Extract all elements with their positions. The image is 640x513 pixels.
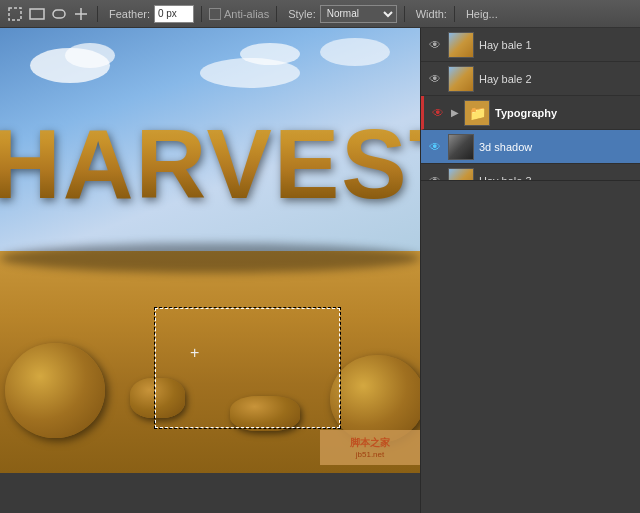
feather-label: Feather: [109, 8, 150, 20]
layer-name-3: 3d shadow [479, 141, 634, 153]
layer-arrow-2[interactable]: ▶ [451, 107, 459, 118]
svg-rect-1 [30, 9, 44, 19]
layer-name-2: Typography [495, 107, 634, 119]
feather-input[interactable] [154, 5, 194, 23]
toolbar-icon-2[interactable] [28, 5, 46, 23]
svg-rect-0 [9, 8, 21, 20]
watermark: 脚本之家 jb51.net [320, 430, 420, 465]
layer-thumb-2: 📁 [464, 100, 490, 126]
canvas-area: HARVEST + 脚本之家 jb51.net [0, 28, 420, 513]
layer-name-0: Hay bale 1 [479, 39, 634, 51]
watermark-text: 脚本之家 [350, 436, 390, 450]
toolbar-divider-3 [276, 6, 277, 22]
layer-thumb-1 [448, 66, 474, 92]
layer-eye-2[interactable]: 👁 [430, 105, 446, 121]
hay-bale-center [230, 396, 300, 431]
anti-alias-checkbox[interactable] [209, 8, 221, 20]
layer-eye-1[interactable]: 👁 [427, 71, 443, 87]
anti-alias-label: Anti-alias [224, 8, 269, 20]
toolbar-divider-5 [454, 6, 455, 22]
svg-rect-2 [53, 10, 65, 18]
toolbar-icon-3[interactable] [50, 5, 68, 23]
hay-bale-left [5, 343, 105, 438]
layer-item-2[interactable]: 👁 ▶ 📁 Typography [421, 96, 640, 130]
toolbar-divider-1 [97, 6, 98, 22]
style-label: Style: [288, 8, 316, 20]
layer-thumb-3 [448, 134, 474, 160]
watermark-url: jb51.net [356, 450, 384, 459]
text-shadow [0, 243, 420, 273]
layer-item-0[interactable]: 👁 Hay bale 1 [421, 28, 640, 62]
layer-name-1: Hay bale 2 [479, 73, 634, 85]
bottom-strip [0, 473, 420, 513]
right-panel-bottom [420, 180, 640, 513]
layer-eye-3[interactable]: 👁 [427, 139, 443, 155]
toolbar: Feather: Anti-alias Style: Normal Fixed … [0, 0, 640, 28]
style-select[interactable]: Normal Fixed Ratio Fixed Size [320, 5, 397, 23]
layer-thumb-0 [448, 32, 474, 58]
marquee-rect-icon[interactable] [6, 5, 24, 23]
hay-bale-center-small [130, 378, 185, 418]
canvas-image[interactable]: HARVEST + 脚本之家 jb51.net [0, 28, 420, 473]
layer-item-1[interactable]: 👁 Hay bale 2 [421, 62, 640, 96]
toolbar-divider-4 [404, 6, 405, 22]
cloud-4 [240, 43, 300, 65]
toolbar-divider-2 [201, 6, 202, 22]
cloud-2 [65, 43, 115, 68]
width-label: Width: [416, 8, 447, 20]
layer-eye-0[interactable]: 👁 [427, 37, 443, 53]
height-label: Heig... [466, 8, 498, 20]
layer-item-3[interactable]: 👁 3d shadow [421, 130, 640, 164]
harvest-text: HARVEST [0, 108, 420, 221]
toolbar-icon-4[interactable] [72, 5, 90, 23]
anti-alias-area: Anti-alias [209, 8, 269, 20]
cloud-5 [320, 38, 390, 66]
